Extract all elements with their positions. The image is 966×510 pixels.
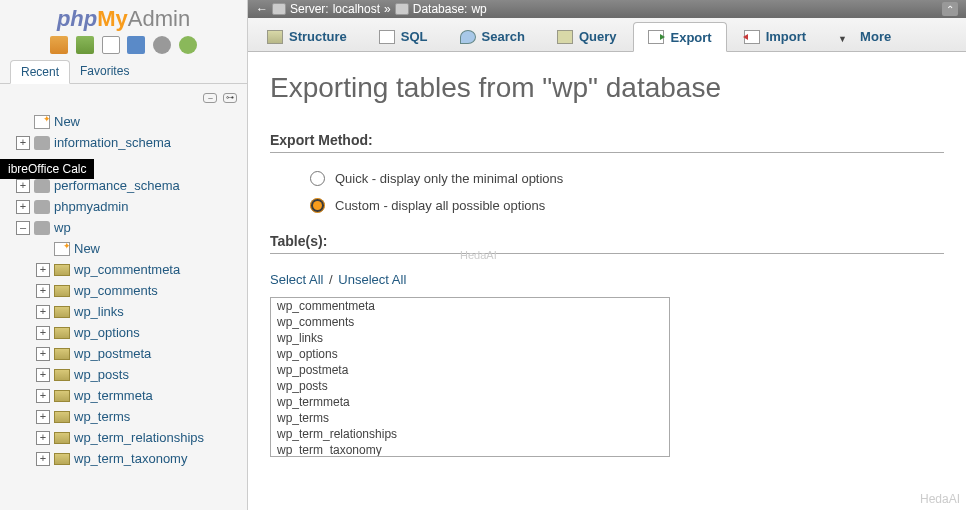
tab-import[interactable]: Import [729, 22, 821, 51]
unselect-all-link[interactable]: Unselect All [338, 272, 406, 287]
collapse-icon[interactable]: – [16, 221, 30, 235]
tab-sql[interactable]: SQL [364, 22, 443, 51]
tab-export[interactable]: Export [633, 22, 726, 52]
expand-icon[interactable]: + [16, 136, 30, 150]
table-option[interactable]: wp_links [271, 330, 669, 346]
tree-table-wp-term-relationships[interactable]: +wp_term_relationships [6, 427, 247, 448]
table-icon [54, 432, 70, 444]
sql-icon[interactable] [102, 36, 120, 54]
breadcrumb-server-link[interactable]: localhost [333, 2, 380, 16]
breadcrumb: ← Server: localhost » Database: wp ⌃ [248, 0, 966, 18]
import-icon [744, 30, 760, 44]
table-icon [54, 327, 70, 339]
sidebar-tabs: Recent Favorites [0, 60, 247, 84]
table-option[interactable]: wp_commentmeta [271, 298, 669, 314]
expand-icon[interactable]: + [36, 452, 50, 466]
breadcrumb-sep: » [384, 2, 391, 16]
expand-icon[interactable]: + [36, 305, 50, 319]
tables-heading: Table(s): [270, 233, 944, 254]
tree-wp-new[interactable]: New [6, 238, 247, 259]
table-icon [54, 453, 70, 465]
breadcrumb-db-label: Database: [413, 2, 468, 16]
table-icon [54, 369, 70, 381]
home-icon[interactable] [50, 36, 68, 54]
expand-icon[interactable]: + [36, 368, 50, 382]
table-icon [54, 306, 70, 318]
table-option[interactable]: wp_terms [271, 410, 669, 426]
logout-icon[interactable] [76, 36, 94, 54]
main: ← Server: localhost » Database: wp ⌃ Str… [248, 0, 966, 510]
sql-icon [379, 30, 395, 44]
page-title: Exporting tables from "wp" database [270, 72, 944, 104]
table-option[interactable]: wp_term_relationships [271, 426, 669, 442]
expand-icon[interactable]: + [36, 284, 50, 298]
radio-custom-label[interactable]: Custom - display all possible options [335, 198, 545, 213]
table-option[interactable]: wp_termmeta [271, 394, 669, 410]
sidebar: phpMyAdmin Recent Favorites – ⊶ New +inf… [0, 0, 248, 510]
table-option[interactable]: wp_posts [271, 378, 669, 394]
tab-more[interactable]: More [823, 22, 906, 51]
tree-new[interactable]: New [6, 111, 247, 132]
logo-admin: Admin [128, 6, 190, 31]
tables-listbox[interactable]: wp_commentmetawp_commentswp_linkswp_opti… [270, 297, 670, 457]
expand-icon[interactable]: + [36, 326, 50, 340]
tree-db-phpmyadmin[interactable]: +phpmyadmin [6, 196, 247, 217]
table-icon [54, 390, 70, 402]
tree-table-wp-term-taxonomy[interactable]: +wp_term_taxonomy [6, 448, 247, 469]
watermark: HedaAI [920, 492, 960, 506]
expand-icon[interactable]: + [36, 389, 50, 403]
table-option[interactable]: wp_comments [271, 314, 669, 330]
radio-quick-label[interactable]: Quick - display only the minimal options [335, 171, 563, 186]
content: Exporting tables from "wp" database Expo… [248, 52, 966, 510]
search-icon [460, 30, 476, 44]
new-db-icon [34, 115, 50, 129]
tab-recent[interactable]: Recent [10, 60, 70, 84]
breadcrumb-collapse-icon[interactable]: ⌃ [942, 2, 958, 16]
tab-structure[interactable]: Structure [252, 22, 362, 51]
expand-icon[interactable]: + [36, 410, 50, 424]
tree-table-wp-commentmeta[interactable]: +wp_commentmeta [6, 259, 247, 280]
tab-search[interactable]: Search [445, 22, 540, 51]
breadcrumb-server-label: Server: [290, 2, 329, 16]
logo[interactable]: phpMyAdmin [0, 0, 247, 34]
main-tabs: StructureSQLSearchQueryExportImportMore [248, 18, 966, 52]
tree-table-wp-terms[interactable]: +wp_terms [6, 406, 247, 427]
database-icon [34, 179, 50, 193]
expand-icon[interactable]: + [36, 431, 50, 445]
expand-icon[interactable]: + [16, 179, 30, 193]
table-option[interactable]: wp_postmeta [271, 362, 669, 378]
tab-query[interactable]: Query [542, 22, 632, 51]
tree-table-wp-termmeta[interactable]: +wp_termmeta [6, 385, 247, 406]
settings-icon[interactable] [153, 36, 171, 54]
tree-table-wp-comments[interactable]: +wp_comments [6, 280, 247, 301]
table-option[interactable]: wp_term_taxonomy [271, 442, 669, 457]
radio-custom[interactable] [310, 198, 325, 213]
table-option[interactable]: wp_options [271, 346, 669, 362]
tree-db-information-schema[interactable]: +information_schema [6, 132, 247, 153]
logo-php: php [57, 6, 97, 31]
select-all-link[interactable]: Select All [270, 272, 323, 287]
reload-icon[interactable] [179, 36, 197, 54]
new-table-icon [54, 242, 70, 256]
collapse-all-icon[interactable]: – [203, 93, 217, 103]
breadcrumb-toggle-icon[interactable]: ← [256, 2, 268, 16]
tree-table-wp-posts[interactable]: +wp_posts [6, 364, 247, 385]
query-icon [557, 30, 573, 44]
expand-icon[interactable]: + [16, 200, 30, 214]
expand-icon[interactable]: + [36, 263, 50, 277]
tree-db-wp[interactable]: –wp [6, 217, 247, 238]
link-icon[interactable]: ⊶ [223, 93, 237, 103]
tree-table-wp-options[interactable]: +wp_options [6, 322, 247, 343]
expand-icon[interactable]: + [36, 347, 50, 361]
structure-icon [267, 30, 283, 44]
radio-quick[interactable] [310, 171, 325, 186]
tab-favorites[interactable]: Favorites [70, 60, 139, 83]
tree-table-wp-postmeta[interactable]: +wp_postmeta [6, 343, 247, 364]
breadcrumb-db-link[interactable]: wp [471, 2, 486, 16]
database-icon [395, 3, 409, 15]
export-method-heading: Export Method: [270, 132, 944, 153]
database-icon [34, 200, 50, 214]
docs-icon[interactable] [127, 36, 145, 54]
tree-table-wp-links[interactable]: +wp_links [6, 301, 247, 322]
table-icon [54, 348, 70, 360]
